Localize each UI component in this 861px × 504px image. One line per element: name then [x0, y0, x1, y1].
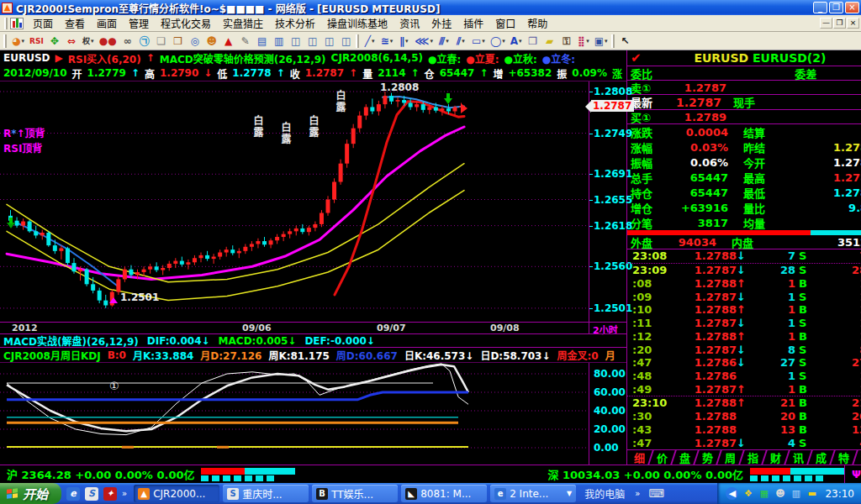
tick-row[interactable]: :091.2787↓1S1: [627, 290, 861, 303]
tick-row[interactable]: :111.2787↓1S1: [627, 317, 861, 330]
candlestick-chart[interactable]: R*↑顶背 RSI顶背 白露白露白露白露 1.2808 1.2501 1.280…: [0, 81, 626, 322]
swap-arrows-icon[interactable]: ⇔: [64, 34, 79, 49]
mouse-icon[interactable]: ✎: [238, 34, 253, 49]
network-tray-icon[interactable]: ▥: [790, 487, 802, 500]
menu-5[interactable]: 实盘猎庄: [217, 14, 269, 32]
menu-grip[interactable]: [4, 18, 8, 29]
period-label[interactable]: 2小时: [589, 323, 627, 333]
panel-rows-icon[interactable]: ▤: [255, 34, 270, 49]
player-quicklaunch-icon[interactable]: ✦: [103, 487, 117, 501]
zigzag-tool-icon[interactable]: ≊▾: [379, 34, 395, 49]
panel-cols-icon[interactable]: ▥: [272, 34, 287, 49]
sort-blocks-icon[interactable]: ㉠: [137, 34, 152, 49]
home-chart-icon[interactable]: ◕▾: [10, 34, 26, 49]
task-重庆时...[interactable]: S重庆时...: [223, 485, 309, 502]
ie-quicklaunch-icon[interactable]: e: [66, 487, 80, 501]
menu-6[interactable]: 技术分析: [269, 14, 321, 32]
binoculars-icon[interactable]: ∞: [120, 34, 135, 49]
palette-dots-icon[interactable]: ⣿▾: [576, 34, 591, 49]
task-TT娱乐...[interactable]: BTT娱乐...: [312, 485, 398, 502]
save-icon[interactable]: ▣▾: [593, 34, 610, 49]
tick-row[interactable]: :101.2788↑1B1: [627, 303, 861, 317]
menu-0[interactable]: 页面: [27, 14, 59, 32]
menu-7[interactable]: 操盘训练基地: [321, 14, 394, 32]
macd-indicator-row[interactable]: MACD实战(解盘)(26,12,9)DIF:0.004↓MACD:0.005↓…: [0, 333, 626, 347]
quicklaunch-chevron[interactable]: »: [122, 489, 127, 498]
fan-lines-tool-icon[interactable]: ⋘▾: [413, 34, 435, 49]
grid-tray-icon[interactable]: ▦: [758, 487, 770, 500]
close-button[interactable]: ×: [845, 2, 859, 13]
rectangle-tool-icon[interactable]: ▭▾: [470, 34, 487, 49]
tick-row[interactable]: :201.2787↓8S8: [627, 343, 861, 356]
tick-row[interactable]: :481.27861S1: [627, 370, 861, 383]
menu-3[interactable]: 管理: [123, 14, 155, 32]
toolbar-grip2[interactable]: [356, 34, 359, 48]
channel-tool-icon[interactable]: ⫻▾: [436, 34, 452, 49]
tick-row[interactable]: 23:101.2788↑21B21: [627, 396, 861, 410]
tick-row[interactable]: 23:081.2788↓7S7: [627, 249, 861, 263]
text-tool-icon[interactable]: A▾: [509, 34, 524, 49]
tick-row[interactable]: :121.2788↑1B1: [627, 329, 861, 343]
rsi-indicator-icon[interactable]: RSI: [28, 34, 45, 49]
low-marker-arrow-icon: [109, 293, 118, 303]
menu-4[interactable]: 程式化交易: [155, 14, 217, 32]
move-cross-icon[interactable]: ✥: [47, 34, 62, 49]
menu-11[interactable]: 窗口: [489, 14, 521, 32]
start-button[interactable]: 开始: [0, 483, 61, 504]
chart-tray-icon[interactable]: ▬: [806, 487, 818, 500]
alert-icon[interactable]: ▲: [221, 34, 236, 49]
mdi-button-2[interactable]: ×: [847, 18, 859, 29]
menu-2[interactable]: 画面: [91, 14, 123, 32]
task-2 Inte...[interactable]: e2 Inte...▼: [490, 485, 576, 502]
window-layout2-icon[interactable]: ◫: [305, 34, 320, 49]
book-icon[interactable]: ❒: [171, 34, 186, 49]
menu-8[interactable]: 资讯: [394, 14, 425, 32]
task-8081: M...[interactable]: ◣8081: M...: [401, 485, 487, 502]
minimize-button[interactable]: _: [813, 2, 827, 13]
keyboard-icon[interactable]: ⌨: [643, 487, 669, 500]
tick-row[interactable]: :081.2788↑1B1: [627, 276, 861, 290]
kdj-chart[interactable]: ① 80.0060.0040.0020.000.00: [0, 362, 626, 465]
trendline-tool-icon[interactable]: ╱▾: [362, 34, 378, 49]
search-chart-icon[interactable]: ◎: [188, 34, 203, 49]
tick-row[interactable]: 23:091.2787↓28S28: [627, 263, 861, 277]
tick-row[interactable]: :471.2786↓27S27: [627, 356, 861, 370]
copy-pages-icon[interactable]: ❏: [154, 34, 169, 49]
menu-10[interactable]: 插件: [457, 14, 489, 32]
mdi-button-1[interactable]: ❐: [833, 18, 846, 29]
spark-tray-icon[interactable]: ❖: [742, 487, 754, 500]
restore-button[interactable]: ❐: [829, 2, 843, 13]
toolbar-grip3[interactable]: [611, 34, 615, 48]
toolbar-grip[interactable]: [3, 34, 7, 48]
tick-row[interactable]: :491.2787↑1B1: [627, 382, 861, 396]
users-tray-icon[interactable]: ☻: [774, 487, 786, 500]
collapse-tray-icon[interactable]: ◀: [726, 487, 738, 500]
task-CJR2000...[interactable]: ▲CJR2000...: [134, 485, 219, 502]
ellipse-tool-icon[interactable]: ◯▾: [489, 34, 507, 49]
window-layout4-icon[interactable]: ◫: [339, 34, 354, 49]
lock-pen-icon[interactable]: ⚿: [559, 34, 574, 49]
band-chevron[interactable]: »: [631, 489, 643, 498]
user-icon[interactable]: ☻: [204, 34, 219, 49]
menu-9[interactable]: 外挂: [425, 14, 457, 32]
messenger-quicklaunch-icon[interactable]: S: [85, 487, 98, 501]
eraser-tool-icon[interactable]: ▰: [542, 34, 557, 49]
mdi-button-0[interactable]: —: [820, 18, 832, 29]
menu-12[interactable]: 帮助: [521, 14, 553, 32]
tick-row[interactable]: :471.2787↓4S4: [627, 436, 861, 449]
window-layout3-icon[interactable]: ◫: [322, 34, 337, 49]
window-layout1-icon[interactable]: ◫: [288, 34, 304, 49]
rights-adjust-icon[interactable]: 权▾: [81, 34, 96, 49]
menu-1[interactable]: 查看: [59, 14, 91, 32]
signal-balls-icon[interactable]: ●●: [98, 34, 119, 49]
tick-list[interactable]: 23:081.2788↓7S723:091.2787↓28S28:081.278…: [627, 249, 861, 450]
vlines-tool-icon[interactable]: ∥▾: [396, 34, 411, 49]
quote-grid-row: 持仓65447最低1.2781: [627, 185, 861, 200]
hatch-tool-icon[interactable]: ⫽▾: [453, 34, 468, 49]
clipboard-tool-icon[interactable]: ❐: [526, 34, 541, 49]
my-computer-band[interactable]: 我的电脑: [578, 486, 631, 501]
tick-row[interactable]: :301.278820B20: [627, 410, 861, 423]
kdj-indicator-row[interactable]: CJR2008月周日KDJB:0月K:33.884月D:27.126周K:81.…: [0, 347, 626, 362]
pointer-tool-icon[interactable]: ↖: [618, 34, 633, 49]
tick-row[interactable]: :431.278813B13: [627, 423, 861, 437]
